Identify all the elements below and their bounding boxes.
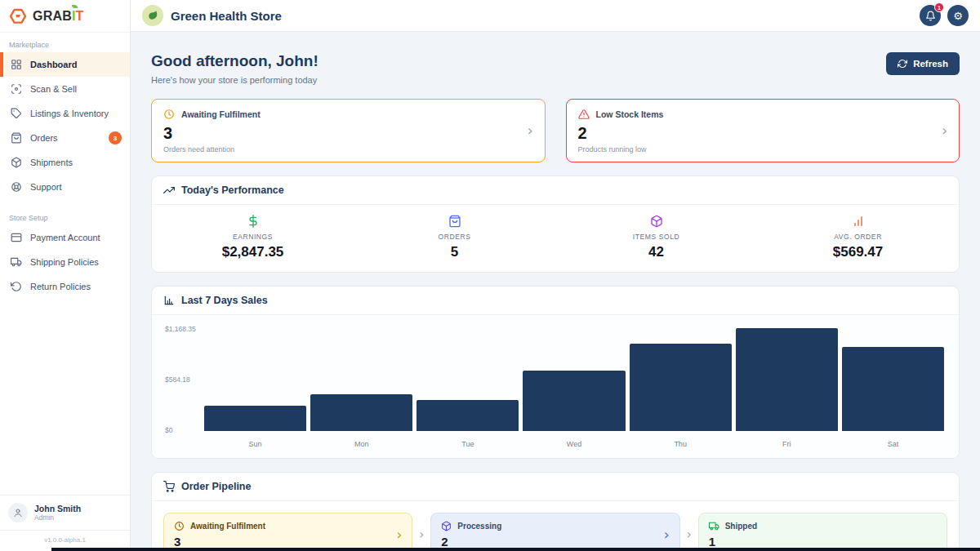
page-title: Good afternoon, John!	[151, 52, 318, 70]
leaf-icon	[72, 5, 78, 8]
bar-slot	[204, 328, 306, 431]
notifications-button[interactable]: 1	[920, 5, 941, 26]
sidebar-item-dashboard[interactable]: Dashboard	[0, 52, 130, 77]
stat-items-sold: ITEMS SOLD 42	[555, 215, 757, 260]
todays-performance-panel: Today's Performance EARNINGS $2,847.35 O…	[151, 176, 960, 273]
main-area: Green Health Store 1 ⚙ Good afternoon, J…	[131, 0, 980, 551]
chevron-right-icon: ›	[942, 124, 947, 138]
pipeline-stage-processing[interactable]: Processing 2 ›	[430, 513, 679, 551]
cart-icon	[163, 481, 175, 492]
x-tick-label: Wed	[523, 440, 625, 448]
package-icon	[11, 157, 22, 168]
stage-label: Processing	[457, 522, 501, 531]
scan-icon	[11, 83, 22, 95]
alert-value: 2	[578, 124, 942, 143]
stat-label: ITEMS SOLD	[633, 233, 679, 241]
bar-wed	[523, 371, 625, 431]
stat-value: $2,847.35	[222, 244, 284, 260]
bell-icon	[925, 11, 936, 21]
sales-chart: $1,168.35 $584.18 $0 SunMonTueWedThuFriS…	[152, 315, 959, 458]
stage-value: 2	[441, 535, 664, 549]
bar-sun	[204, 406, 306, 431]
notification-count-badge: 1	[934, 2, 944, 12]
top-bar: Green Health Store 1 ⚙	[131, 0, 980, 32]
panel-title: Today's Performance	[181, 184, 284, 196]
sidebar-item-scan-sell[interactable]: Scan & Sell	[0, 77, 130, 101]
bar-slot	[416, 328, 519, 431]
store-identity: Green Health Store	[142, 5, 282, 26]
leaf-icon	[147, 10, 158, 21]
chevron-right-icon: ›	[687, 527, 692, 542]
dashboard-content: Good afternoon, John! Here's how your st…	[131, 32, 980, 551]
credit-card-icon	[11, 232, 22, 243]
trending-up-icon	[163, 184, 175, 196]
section-label-store-setup: Store Setup	[0, 199, 130, 225]
orders-count-badge: 3	[109, 131, 122, 144]
stat-label: EARNINGS	[233, 233, 273, 241]
refresh-icon	[898, 59, 907, 69]
awaiting-fulfilment-alert-card[interactable]: Awaiting Fulfilment 3 Orders need attent…	[151, 99, 546, 162]
warning-triangle-icon	[578, 109, 590, 120]
sidebar-item-label: Orders	[30, 133, 58, 143]
stat-avg-order: AVG. ORDER $569.47	[757, 215, 959, 260]
stat-earnings: EARNINGS $2,847.35	[152, 215, 354, 260]
sidebar-item-payment-account[interactable]: Payment Account	[0, 225, 130, 250]
chart-bars	[204, 328, 944, 431]
pipeline-stage-awaiting-fulfilment[interactable]: Awaiting Fulfilment 3 ›	[163, 513, 412, 551]
person-icon	[8, 503, 28, 522]
pipeline-stage-shipped[interactable]: Shipped 1	[698, 513, 947, 551]
sidebar-item-label: Support	[30, 182, 62, 192]
chevron-right-icon: ›	[528, 124, 533, 138]
panel-title: Order Pipeline	[181, 481, 251, 492]
order-pipeline-panel: Order Pipeline Awaiting Fulfilment 3 ›	[151, 472, 960, 551]
alert-subtitle: Products running low	[578, 145, 942, 153]
sidebar-item-return-policies[interactable]: Return Policies	[0, 274, 130, 299]
user-role: Admin	[34, 513, 81, 522]
package-icon	[650, 215, 663, 228]
stage-value: 3	[174, 535, 397, 549]
last-7-days-sales-panel: Last 7 Days Sales $1,168.35 $584.18 $0 S…	[151, 286, 960, 459]
x-tick-label: Sun	[204, 440, 306, 448]
y-tick-max: $1,168.35	[165, 325, 196, 333]
sidebar-item-listings-inventory[interactable]: Listings & Inventory	[0, 101, 130, 126]
grabit-logo[interactable]: GRABIT	[0, 0, 130, 33]
sidebar-item-orders[interactable]: Orders 3	[0, 126, 130, 150]
bar-slot	[736, 328, 838, 431]
bar-slot	[523, 328, 625, 431]
return-arrow-icon	[11, 281, 22, 292]
panel-title: Last 7 Days Sales	[181, 295, 268, 306]
sidebar-item-shipping-policies[interactable]: Shipping Policies	[0, 250, 130, 274]
section-label-marketplace: Marketplace	[0, 33, 130, 52]
stat-value: $569.47	[833, 244, 883, 260]
sidebar-item-label: Shipping Policies	[30, 257, 99, 267]
dollar-icon	[247, 215, 260, 228]
sidebar-item-support[interactable]: Support	[0, 175, 130, 199]
sidebar-item-label: Listings & Inventory	[30, 109, 109, 118]
stat-value: 5	[451, 244, 458, 260]
alert-value: 3	[163, 124, 528, 143]
settings-button[interactable]: ⚙	[947, 5, 969, 26]
bar-fri	[736, 328, 838, 431]
tag-icon	[11, 108, 22, 119]
truck-icon	[11, 256, 22, 268]
bar-chart-icon	[163, 295, 175, 306]
sidebar-item-label: Dashboard	[30, 60, 77, 69]
sidebar-item-shipments[interactable]: Shipments	[0, 150, 130, 175]
clock-icon	[174, 521, 185, 531]
bar-slot	[630, 328, 732, 431]
user-name: John Smith	[34, 504, 81, 514]
bar-chart-icon	[852, 215, 865, 228]
stage-label: Awaiting Fulfilment	[190, 522, 265, 531]
y-tick-zero: $0	[165, 426, 172, 434]
x-tick-label: Fri	[736, 440, 838, 448]
refresh-button[interactable]: Refresh	[886, 52, 960, 75]
stat-orders: ORDERS 5	[354, 215, 555, 260]
low-stock-alert-card[interactable]: Low Stock Items 2 Products running low ›	[566, 99, 960, 162]
user-profile[interactable]: John Smith Admin	[0, 495, 130, 530]
x-tick-label: Sat	[842, 440, 944, 448]
alert-title: Awaiting Fulfilment	[181, 109, 261, 119]
x-tick-label: Mon	[310, 440, 412, 448]
stat-label: ORDERS	[439, 233, 471, 241]
orders-bag-icon	[11, 132, 22, 144]
y-tick-mid: $584.18	[165, 375, 190, 384]
